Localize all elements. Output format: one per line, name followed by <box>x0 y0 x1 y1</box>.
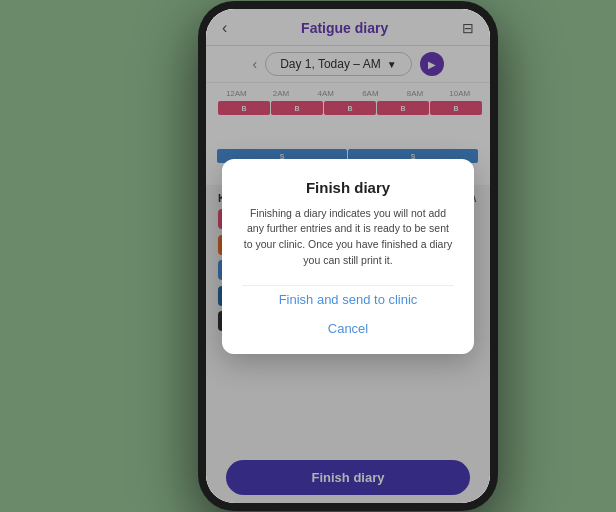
finish-diary-modal: Finish diary Finishing a diary indicates… <box>222 159 474 354</box>
phone-screen: ‹ Fatigue diary ⊟ ‹ Day 1, Today – AM ▼ … <box>206 9 490 503</box>
modal-title: Finish diary <box>242 179 454 196</box>
finish-and-send-button[interactable]: Finish and send to clinic <box>242 285 454 313</box>
modal-body: Finishing a diary indicates you will not… <box>242 206 454 269</box>
phone-device: ‹ Fatigue diary ⊟ ‹ Day 1, Today – AM ▼ … <box>198 1 498 511</box>
modal-overlay: Finish diary Finishing a diary indicates… <box>206 9 490 503</box>
cancel-button[interactable]: Cancel <box>242 313 454 338</box>
